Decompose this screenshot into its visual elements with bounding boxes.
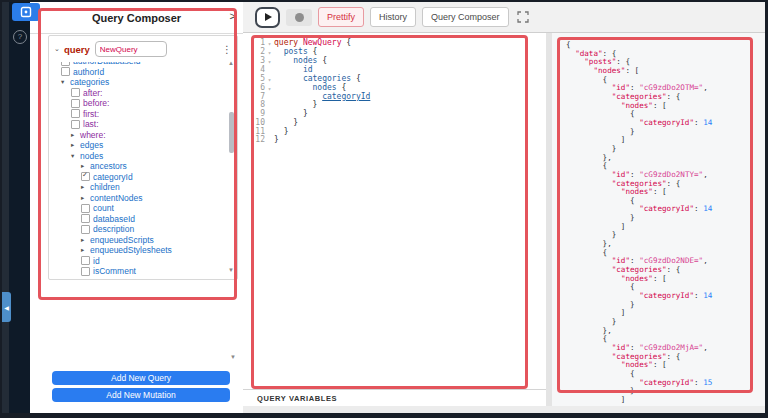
checkbox-icon[interactable] xyxy=(71,88,80,97)
explorer-row[interactable]: ▸ancestors xyxy=(49,161,227,172)
expand-closed-icon[interactable]: ▸ xyxy=(81,183,87,191)
explorer-row[interactable]: ▸enqueuedScripts xyxy=(49,235,227,246)
collapse-panel-handle[interactable]: ◀ xyxy=(2,292,11,322)
field-label[interactable]: first: xyxy=(83,109,99,119)
field-label[interactable]: edges xyxy=(80,140,103,150)
explorer-row[interactable]: description xyxy=(49,224,227,235)
field-label[interactable]: after: xyxy=(83,88,102,98)
scroll-up-icon[interactable]: ▲ xyxy=(228,60,234,66)
checkbox-icon[interactable] xyxy=(81,225,90,234)
field-label[interactable]: enqueuedScripts xyxy=(90,235,154,245)
result-token xyxy=(566,179,612,188)
explorer-row[interactable]: id xyxy=(49,256,227,267)
fold-icon[interactable]: ▾ xyxy=(265,84,274,93)
fold-icon[interactable]: ▾ xyxy=(265,57,274,66)
close-panel-icon[interactable]: > xyxy=(230,10,236,22)
result-token: { xyxy=(566,75,607,84)
expand-open-icon[interactable]: ▾ xyxy=(71,152,77,160)
add-new-mutation-button[interactable]: Add New Mutation xyxy=(52,388,230,402)
expand-open-icon[interactable]: ▾ xyxy=(61,78,67,86)
explorer-row[interactable]: ▸edges xyxy=(49,140,227,151)
expand-closed-icon[interactable]: ▸ xyxy=(81,194,87,202)
operation-name-input[interactable] xyxy=(95,41,167,57)
prettify-button[interactable]: Prettify xyxy=(318,7,364,27)
result-token: "nodes" xyxy=(621,187,653,196)
code-line: 11 } xyxy=(249,128,546,137)
code-line: 10 } xyxy=(249,119,546,128)
kebab-menu-icon[interactable]: ⋮ xyxy=(222,44,232,55)
explorer-row[interactable]: before: xyxy=(49,98,227,109)
explorer-row[interactable]: ▸where: xyxy=(49,130,227,141)
result-token: : { xyxy=(603,49,617,58)
history-button[interactable]: History xyxy=(370,7,416,27)
checkbox-icon[interactable] xyxy=(81,256,90,265)
field-label[interactable]: id xyxy=(93,256,100,266)
explorer-row[interactable]: databaseId xyxy=(49,214,227,225)
field-label[interactable]: categoryId xyxy=(93,172,133,182)
query-composer-button[interactable]: Query Composer xyxy=(422,7,509,27)
explorer-row[interactable]: ▾nodes xyxy=(49,151,227,162)
explorer-row[interactable]: first: xyxy=(49,109,227,120)
expand-closed-icon[interactable]: ▸ xyxy=(81,236,87,244)
field-label[interactable]: nodes xyxy=(80,151,103,161)
result-token xyxy=(566,265,612,274)
chevron-down-icon[interactable]: ⌄ xyxy=(54,45,60,53)
checkbox-checked-icon[interactable] xyxy=(81,172,90,181)
expand-closed-icon[interactable]: ▸ xyxy=(81,162,87,170)
checkbox-icon[interactable] xyxy=(61,62,70,66)
explorer-row[interactable]: isComment xyxy=(49,266,227,277)
checkbox-icon[interactable] xyxy=(81,267,90,276)
field-label[interactable]: where: xyxy=(80,130,106,140)
graphiql-ide-button[interactable] xyxy=(12,3,40,21)
expand-closed-icon[interactable]: ▸ xyxy=(71,141,77,149)
explorer-row[interactable]: after: xyxy=(49,88,227,99)
checkbox-icon[interactable] xyxy=(81,214,90,223)
result-token: { xyxy=(566,196,635,205)
query-editor[interactable]: 1▾query NewQuery {2▾ posts {3▾ nodes {4 … xyxy=(243,33,546,389)
scroll-down-icon[interactable]: ▼ xyxy=(228,267,234,273)
field-label[interactable]: count xyxy=(93,203,114,213)
help-icon[interactable]: ? xyxy=(13,30,27,44)
fold-icon[interactable]: ▾ xyxy=(265,48,274,57)
field-label[interactable]: last: xyxy=(83,119,99,129)
checkbox-icon[interactable] xyxy=(71,99,80,108)
add-new-query-button[interactable]: Add New Query xyxy=(52,371,230,385)
field-label[interactable]: authorDatabaseId xyxy=(73,62,141,66)
result-token: } xyxy=(566,144,616,153)
merge-toggle-button[interactable] xyxy=(286,9,312,26)
explorer-row[interactable]: ▸children xyxy=(49,182,227,193)
query-variables-bar[interactable]: QUERY VARIABLES xyxy=(243,389,546,406)
explorer-row[interactable]: count xyxy=(49,203,227,214)
checkbox-icon[interactable] xyxy=(71,109,80,118)
fold-icon[interactable]: ▾ xyxy=(265,39,274,48)
field-label[interactable]: contentNodes xyxy=(90,193,142,203)
field-label[interactable]: children xyxy=(90,182,120,192)
explorer-row[interactable]: ▾categories xyxy=(49,77,227,88)
chevron-left-icon: ◀ xyxy=(4,304,9,311)
field-label[interactable]: before: xyxy=(83,98,109,108)
checkbox-icon[interactable] xyxy=(71,120,80,129)
checkbox-icon[interactable] xyxy=(81,204,90,213)
expand-closed-icon[interactable]: ▸ xyxy=(71,131,77,139)
field-label[interactable]: enqueuedStylesheets xyxy=(90,245,172,255)
explorer-row[interactable]: ▸enqueuedStylesheets xyxy=(49,245,227,256)
field-label[interactable]: ancestors xyxy=(90,161,127,171)
expand-closed-icon[interactable]: ▸ xyxy=(81,246,87,254)
fullscreen-button[interactable] xyxy=(517,11,529,23)
field-label[interactable]: authorId xyxy=(73,67,104,77)
explorer-row[interactable]: categoryId xyxy=(49,172,227,183)
result-token: "id" xyxy=(612,343,630,352)
result-token: ] xyxy=(566,395,625,404)
panel-scroll-down-icon[interactable]: ▼ xyxy=(230,354,236,360)
checkbox-icon[interactable] xyxy=(61,67,70,76)
explorer-row[interactable]: last: xyxy=(49,119,227,130)
field-label[interactable]: databaseId xyxy=(93,214,135,224)
execute-query-button[interactable] xyxy=(255,7,280,28)
explorer-row[interactable]: ▸contentNodes xyxy=(49,193,227,204)
scrollbar-thumb[interactable] xyxy=(229,112,234,153)
field-label[interactable]: isComment xyxy=(93,266,136,276)
field-label[interactable]: description xyxy=(93,224,134,234)
field-label[interactable]: categories xyxy=(70,77,109,87)
explorer-row[interactable]: authorId xyxy=(49,67,227,78)
fold-icon[interactable]: ▾ xyxy=(265,75,274,84)
